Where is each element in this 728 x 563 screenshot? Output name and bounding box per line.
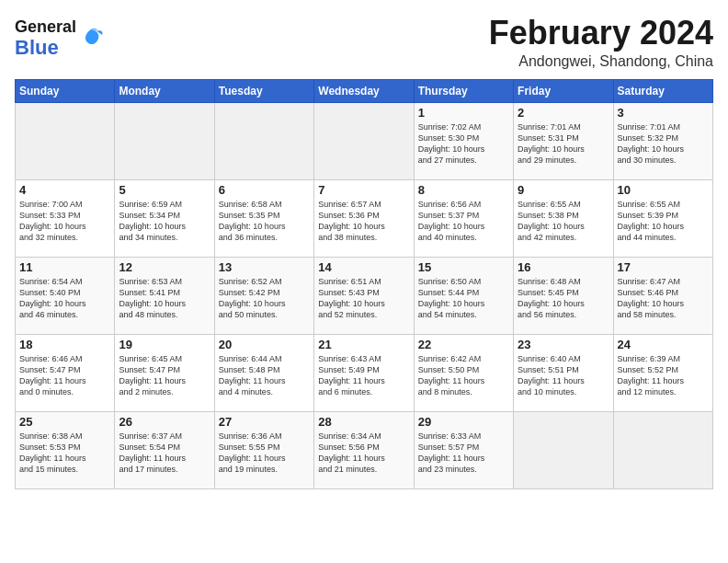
table-row: 4Sunrise: 7:00 AM Sunset: 5:33 PM Daylig… <box>16 179 115 257</box>
day-info: Sunrise: 6:54 AM Sunset: 5:40 PM Dayligh… <box>19 276 110 321</box>
header-row: Sunday Monday Tuesday Wednesday Thursday… <box>16 79 713 102</box>
table-row: 6Sunrise: 6:58 AM Sunset: 5:35 PM Daylig… <box>214 179 313 257</box>
calendar-week-row: 25Sunrise: 6:38 AM Sunset: 5:53 PM Dayli… <box>16 411 713 488</box>
day-info: Sunrise: 6:39 AM Sunset: 5:52 PM Dayligh… <box>618 353 709 398</box>
table-row <box>214 102 313 179</box>
col-sunday: Sunday <box>16 79 115 102</box>
table-row: 24Sunrise: 6:39 AM Sunset: 5:52 PM Dayli… <box>613 334 712 411</box>
day-number: 10 <box>618 183 709 197</box>
table-row: 11Sunrise: 6:54 AM Sunset: 5:40 PM Dayli… <box>16 257 115 334</box>
day-info: Sunrise: 6:58 AM Sunset: 5:35 PM Dayligh… <box>219 199 310 244</box>
day-number: 25 <box>19 415 110 429</box>
table-row: 22Sunrise: 6:42 AM Sunset: 5:50 PM Dayli… <box>414 334 513 411</box>
col-monday: Monday <box>115 79 214 102</box>
table-row: 9Sunrise: 6:55 AM Sunset: 5:38 PM Daylig… <box>514 179 613 257</box>
table-row: 19Sunrise: 6:45 AM Sunset: 5:47 PM Dayli… <box>115 334 214 411</box>
calendar-table: Sunday Monday Tuesday Wednesday Thursday… <box>15 79 713 489</box>
table-row: 2Sunrise: 7:01 AM Sunset: 5:31 PM Daylig… <box>514 102 613 179</box>
table-row <box>115 102 214 179</box>
day-info: Sunrise: 6:50 AM Sunset: 5:44 PM Dayligh… <box>418 276 509 321</box>
day-info: Sunrise: 7:01 AM Sunset: 5:31 PM Dayligh… <box>518 121 609 167</box>
table-row <box>613 411 712 488</box>
table-row: 21Sunrise: 6:43 AM Sunset: 5:49 PM Dayli… <box>314 334 414 411</box>
day-number: 26 <box>119 415 210 429</box>
table-row: 1Sunrise: 7:02 AM Sunset: 5:30 PM Daylig… <box>414 102 513 179</box>
table-row: 15Sunrise: 6:50 AM Sunset: 5:44 PM Dayli… <box>414 257 513 334</box>
col-wednesday: Wednesday <box>314 79 414 102</box>
day-number: 16 <box>518 260 609 274</box>
day-number: 20 <box>219 338 310 351</box>
col-thursday: Thursday <box>414 79 513 102</box>
month-year-title: February 2024 <box>489 15 713 52</box>
table-row: 13Sunrise: 6:52 AM Sunset: 5:42 PM Dayli… <box>214 257 313 334</box>
logo: General Blue <box>15 18 104 59</box>
table-row <box>16 102 115 179</box>
day-info: Sunrise: 6:48 AM Sunset: 5:45 PM Dayligh… <box>518 276 609 321</box>
calendar-week-row: 11Sunrise: 6:54 AM Sunset: 5:40 PM Dayli… <box>16 257 713 334</box>
day-number: 14 <box>318 260 409 274</box>
day-info: Sunrise: 6:46 AM Sunset: 5:47 PM Dayligh… <box>19 353 110 398</box>
day-number: 9 <box>518 183 609 197</box>
calendar-week-row: 4Sunrise: 7:00 AM Sunset: 5:33 PM Daylig… <box>16 179 713 257</box>
calendar-week-row: 18Sunrise: 6:46 AM Sunset: 5:47 PM Dayli… <box>16 334 713 411</box>
day-info: Sunrise: 6:33 AM Sunset: 5:57 PM Dayligh… <box>418 431 509 476</box>
table-row <box>514 411 613 488</box>
day-number: 1 <box>418 106 509 120</box>
day-number: 15 <box>418 260 509 274</box>
col-tuesday: Tuesday <box>214 79 313 102</box>
table-row: 27Sunrise: 6:36 AM Sunset: 5:55 PM Dayli… <box>214 411 313 488</box>
table-row: 16Sunrise: 6:48 AM Sunset: 5:45 PM Dayli… <box>514 257 613 334</box>
day-info: Sunrise: 6:42 AM Sunset: 5:50 PM Dayligh… <box>418 353 509 398</box>
table-row: 25Sunrise: 6:38 AM Sunset: 5:53 PM Dayli… <box>16 411 115 488</box>
day-number: 28 <box>318 415 409 429</box>
page-container: General Blue February 2024 Andongwei, Sh… <box>0 0 728 497</box>
table-row: 20Sunrise: 6:44 AM Sunset: 5:48 PM Dayli… <box>214 334 313 411</box>
table-row: 28Sunrise: 6:34 AM Sunset: 5:56 PM Dayli… <box>314 411 414 488</box>
day-info: Sunrise: 6:44 AM Sunset: 5:48 PM Dayligh… <box>219 353 310 398</box>
day-number: 18 <box>19 338 110 351</box>
day-info: Sunrise: 7:02 AM Sunset: 5:30 PM Dayligh… <box>418 121 509 167</box>
day-info: Sunrise: 6:47 AM Sunset: 5:46 PM Dayligh… <box>618 276 709 321</box>
day-info: Sunrise: 6:38 AM Sunset: 5:53 PM Dayligh… <box>19 431 110 476</box>
day-info: Sunrise: 6:45 AM Sunset: 5:47 PM Dayligh… <box>119 353 210 398</box>
day-info: Sunrise: 7:00 AM Sunset: 5:33 PM Dayligh… <box>19 199 110 244</box>
table-row <box>314 102 414 179</box>
day-info: Sunrise: 7:01 AM Sunset: 5:32 PM Dayligh… <box>618 121 709 167</box>
table-row: 17Sunrise: 6:47 AM Sunset: 5:46 PM Dayli… <box>613 257 712 334</box>
table-row: 14Sunrise: 6:51 AM Sunset: 5:43 PM Dayli… <box>314 257 414 334</box>
col-saturday: Saturday <box>613 79 712 102</box>
day-info: Sunrise: 6:59 AM Sunset: 5:34 PM Dayligh… <box>119 199 210 244</box>
day-info: Sunrise: 6:34 AM Sunset: 5:56 PM Dayligh… <box>318 431 409 476</box>
day-info: Sunrise: 6:36 AM Sunset: 5:55 PM Dayligh… <box>219 431 310 476</box>
table-row: 29Sunrise: 6:33 AM Sunset: 5:57 PM Dayli… <box>414 411 513 488</box>
day-info: Sunrise: 6:53 AM Sunset: 5:41 PM Dayligh… <box>119 276 210 321</box>
table-row: 26Sunrise: 6:37 AM Sunset: 5:54 PM Dayli… <box>115 411 214 488</box>
header: General Blue February 2024 Andongwei, Sh… <box>15 15 713 70</box>
day-number: 29 <box>418 415 509 429</box>
day-info: Sunrise: 6:40 AM Sunset: 5:51 PM Dayligh… <box>518 353 609 398</box>
day-info: Sunrise: 6:57 AM Sunset: 5:36 PM Dayligh… <box>318 199 409 244</box>
day-info: Sunrise: 6:43 AM Sunset: 5:49 PM Dayligh… <box>318 353 409 398</box>
table-row: 12Sunrise: 6:53 AM Sunset: 5:41 PM Dayli… <box>115 257 214 334</box>
day-number: 24 <box>618 338 709 351</box>
table-row: 5Sunrise: 6:59 AM Sunset: 5:34 PM Daylig… <box>115 179 214 257</box>
location-subtitle: Andongwei, Shandong, China <box>489 53 713 70</box>
day-number: 3 <box>618 106 709 120</box>
table-row: 18Sunrise: 6:46 AM Sunset: 5:47 PM Dayli… <box>16 334 115 411</box>
logo-blue: Blue <box>15 37 76 59</box>
day-info: Sunrise: 6:51 AM Sunset: 5:43 PM Dayligh… <box>318 276 409 321</box>
day-number: 21 <box>318 338 409 351</box>
day-number: 12 <box>119 260 210 274</box>
day-info: Sunrise: 6:55 AM Sunset: 5:39 PM Dayligh… <box>618 199 709 244</box>
table-row: 10Sunrise: 6:55 AM Sunset: 5:39 PM Dayli… <box>613 179 712 257</box>
day-number: 17 <box>618 260 709 274</box>
table-row: 23Sunrise: 6:40 AM Sunset: 5:51 PM Dayli… <box>514 334 613 411</box>
day-number: 11 <box>19 260 110 274</box>
day-number: 8 <box>418 183 509 197</box>
day-info: Sunrise: 6:52 AM Sunset: 5:42 PM Dayligh… <box>219 276 310 321</box>
day-info: Sunrise: 6:55 AM Sunset: 5:38 PM Dayligh… <box>518 199 609 244</box>
col-friday: Friday <box>514 79 613 102</box>
day-number: 6 <box>219 183 310 197</box>
logo-bird-icon <box>78 26 104 52</box>
day-info: Sunrise: 6:37 AM Sunset: 5:54 PM Dayligh… <box>119 431 210 476</box>
